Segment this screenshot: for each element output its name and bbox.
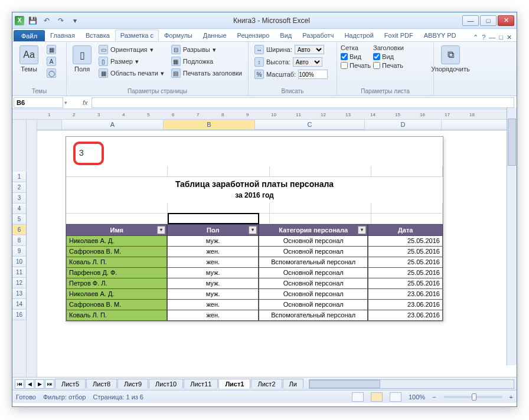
cell-name[interactable]: Николаев А. Д.	[66, 289, 167, 300]
select-all-corner[interactable]	[37, 120, 62, 130]
arrange-button[interactable]: ⧉Упорядочить	[437, 44, 463, 93]
cell-gender[interactable]: жен.	[167, 257, 259, 268]
sheet-tab[interactable]: Лист9	[117, 379, 148, 389]
cell-category[interactable]: Основной персонал	[259, 289, 368, 300]
sheet-tab[interactable]: Лист5	[55, 379, 86, 389]
row-header[interactable]: 3	[12, 193, 27, 204]
table-row[interactable]: Коваль Л. П.жен.Вспомогательный персонал…	[66, 310, 443, 321]
cell-date[interactable]: 25.05.2016	[368, 268, 443, 278]
cell-name[interactable]: Николаев А. Д.	[66, 236, 167, 247]
tab-abbyy[interactable]: ABBYY PD	[419, 29, 462, 41]
ribbon-minimize-icon[interactable]: ⌃	[473, 34, 478, 41]
tab-insert[interactable]: Вставка	[80, 29, 115, 41]
cell-date[interactable]: 23.06.2016	[368, 289, 443, 300]
colors-button[interactable]: ▦	[44, 44, 58, 55]
head-print-checkbox[interactable]: Печать	[373, 62, 404, 69]
effects-button[interactable]: ◯	[44, 68, 58, 78]
zoom-in-button[interactable]: +	[510, 393, 513, 401]
table-row[interactable]: Сафронова В. М.жен.Основной персонал23.0…	[66, 300, 443, 310]
col-header-b[interactable]: B	[164, 120, 255, 130]
help-icon[interactable]: ?	[482, 34, 485, 41]
doc-minimize-icon[interactable]: —	[489, 34, 495, 41]
table-row[interactable]: Парфенов Д. Ф.муж.Основной персонал25.05…	[66, 268, 443, 278]
row-header[interactable]: 12	[12, 278, 27, 288]
margins-button[interactable]: ▯Поля	[70, 44, 94, 87]
qat-redo-icon[interactable]: ↷	[55, 15, 67, 27]
vertical-scrollbar[interactable]	[507, 108, 517, 365]
doc-close-icon[interactable]: ✕	[507, 34, 512, 41]
table-row[interactable]: Коваль Л. П.жен.Вспомогательный персонал…	[66, 257, 443, 268]
fx-icon[interactable]: fx	[79, 99, 92, 106]
orientation-button[interactable]: ▭Ориентация ▾	[96, 44, 166, 55]
row-header[interactable]: 9	[12, 246, 27, 257]
breaks-button[interactable]: ⊟Разрывы ▾	[169, 44, 244, 55]
sheet-tab[interactable]: Ли	[283, 379, 303, 389]
cell-gender[interactable]: муж.	[167, 268, 259, 278]
cell-category[interactable]: Основной персонал	[259, 247, 368, 257]
size-button[interactable]: ▯Размер ▾	[96, 56, 166, 67]
cell-gender[interactable]: жен.	[167, 300, 259, 310]
cell-date[interactable]: 25.05.2016	[368, 247, 443, 257]
row-header[interactable]: 10	[12, 257, 27, 267]
row-header[interactable]: 16	[12, 310, 27, 320]
row-header[interactable]: 13	[12, 288, 27, 299]
tab-view[interactable]: Вид	[275, 29, 297, 41]
cell-name[interactable]: Парфенов Д. Ф.	[66, 268, 167, 278]
tab-review[interactable]: Рецензиро	[232, 29, 275, 41]
cell-gender[interactable]: муж.	[167, 289, 259, 300]
th-category[interactable]: Категория персонала▾	[259, 224, 368, 236]
cell-name[interactable]: Коваль Л. П.	[66, 310, 167, 321]
sheet-tab[interactable]: Лист8	[86, 379, 117, 389]
close-button[interactable]: ✕	[498, 15, 514, 26]
cell-name[interactable]: Петров Ф. Л.	[66, 278, 167, 289]
tab-foxit[interactable]: Foxit PDF	[379, 29, 419, 41]
cell-category[interactable]: Основной персонал	[259, 300, 368, 310]
cell-name[interactable]: Сафронова В. М.	[66, 247, 167, 257]
cell-gender[interactable]: муж.	[167, 236, 259, 247]
doc-restore-icon[interactable]: □	[499, 34, 503, 41]
view-page-break-button[interactable]	[390, 392, 401, 402]
tab-developer[interactable]: Разработч	[297, 29, 339, 41]
scale-input[interactable]	[298, 70, 328, 79]
grid-view-checkbox[interactable]: Вид	[341, 53, 371, 60]
tab-addins[interactable]: Надстрой	[339, 29, 378, 41]
row-header[interactable]: 6	[12, 225, 27, 235]
print-area-button[interactable]: ▦Область печати ▾	[96, 68, 166, 78]
zoom-slider[interactable]	[443, 396, 502, 398]
formula-input[interactable]	[92, 97, 514, 108]
hscroll-thumb[interactable]	[309, 380, 380, 388]
tab-formulas[interactable]: Формулы	[159, 29, 198, 41]
row-header[interactable]: 4	[12, 204, 27, 214]
tab-nav-last-icon[interactable]: ⏭	[45, 379, 54, 389]
height-select[interactable]: Авто	[293, 57, 322, 67]
cell-name[interactable]: Коваль Л. П.	[66, 257, 167, 268]
scrollbar-thumb[interactable]	[508, 119, 516, 166]
fonts-button[interactable]: A	[44, 56, 58, 67]
qat-save-icon[interactable]: 💾	[27, 15, 38, 27]
row-header[interactable]: 14	[12, 299, 27, 310]
cell-category[interactable]: Основной персонал	[259, 278, 368, 289]
horizontal-scrollbar[interactable]	[309, 379, 514, 389]
sheet-tab[interactable]: Лист10	[149, 379, 183, 389]
zoom-out-button[interactable]: −	[432, 393, 436, 401]
cell-name[interactable]: Сафронова В. М.	[66, 300, 167, 310]
print-titles-button[interactable]: ▤Печатать заголовки	[169, 68, 244, 78]
row-header[interactable]: 8	[12, 235, 27, 246]
filter-icon[interactable]: ▾	[358, 226, 366, 234]
th-name[interactable]: Имя▾	[66, 224, 167, 236]
row-header[interactable]: 1	[12, 172, 27, 182]
cell-category[interactable]: Вспомогательный персонал	[259, 257, 368, 268]
cell-date[interactable]: 25.05.2016	[368, 257, 443, 268]
sheet-tab[interactable]: Лист1	[218, 379, 250, 389]
table-row[interactable]: Петров Ф. Л.муж.Основной персонал25.05.2…	[66, 278, 443, 289]
cell-category[interactable]: Основной персонал	[259, 268, 368, 278]
col-header-c[interactable]: C	[255, 120, 365, 130]
cell-gender[interactable]: муж.	[167, 278, 259, 289]
col-header-d[interactable]: D	[365, 120, 442, 130]
filter-icon[interactable]: ▾	[157, 226, 165, 234]
namebox-dropdown-icon[interactable]: ▾	[64, 100, 67, 106]
cell-date[interactable]: 23.06.2016	[368, 300, 443, 310]
th-gender[interactable]: Пол▾	[167, 224, 259, 236]
row-header[interactable]: 2	[12, 182, 27, 193]
qat-undo-icon[interactable]: ↶	[41, 15, 53, 27]
